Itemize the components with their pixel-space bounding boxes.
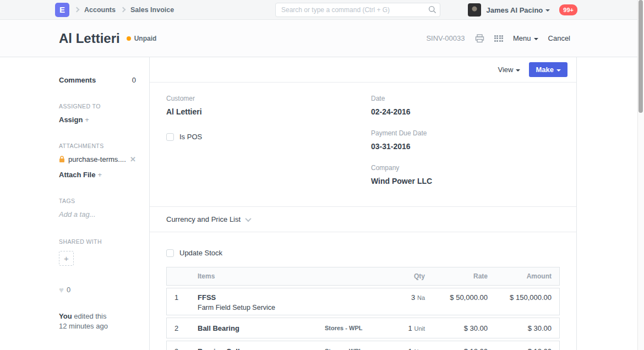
avatar[interactable] — [468, 3, 481, 17]
chevron-down-icon — [516, 69, 520, 72]
add-share-button[interactable]: + — [59, 251, 74, 266]
date-label: Date — [371, 95, 432, 102]
sidebar: Comments 0 ASSIGNED TO Assign+ ATTACHMEN… — [0, 57, 149, 350]
update-stock-checkbox[interactable] — [166, 249, 174, 257]
heart-icon: ♥ — [59, 286, 64, 294]
item-rate: $ 50,000.00 — [425, 293, 488, 302]
currency-section-toggle[interactable]: Currency and Price List — [150, 207, 576, 232]
grid-view-icon[interactable] — [494, 35, 504, 42]
is-pos-label: Is POS — [179, 133, 202, 141]
breadcrumb-accounts[interactable]: Accounts — [84, 6, 116, 14]
status-badge: Unpaid — [127, 35, 157, 42]
customer-label: Customer — [166, 95, 560, 102]
attachments-label: ATTACHMENTS — [59, 143, 136, 149]
table-row[interactable]: 3 Bearing Collar Stores - WPL 1 Nos $ 12… — [166, 341, 560, 350]
tags-label: TAGS — [59, 198, 136, 204]
company-field[interactable]: Wind Power LLC — [371, 177, 432, 185]
item-description: Farm Field Setup Service — [198, 304, 325, 311]
update-stock-label: Update Stock — [179, 249, 222, 257]
comments-count: 0 — [132, 76, 136, 84]
attach-file-button[interactable]: Attach File+ — [59, 171, 136, 179]
attachment-link[interactable]: purchase-terms.... — [59, 155, 126, 163]
date-field[interactable]: 02-24-2016 — [371, 107, 432, 116]
col-qty: Qty — [391, 272, 425, 280]
item-rate: $ 30.00 — [425, 324, 488, 332]
scrollbar[interactable] — [637, 0, 644, 350]
activity-edited: You edited this 12 minutes ago — [59, 311, 136, 331]
chevron-right-icon — [121, 7, 126, 13]
item-code: FFSS — [198, 293, 325, 302]
form-content: View Make Customer Al Lettieri Is POS Da… — [149, 57, 577, 350]
item-uom: Unit — [414, 325, 425, 332]
sidebar-comments[interactable]: Comments 0 — [59, 76, 136, 84]
notifications-badge[interactable]: 99+ — [559, 4, 577, 15]
item-amount: $ 12.00 — [488, 347, 552, 350]
item-code: Bearing Collar — [198, 347, 325, 350]
chevron-down-icon — [245, 215, 251, 221]
customer-field[interactable]: Al Lettieri — [166, 107, 560, 116]
item-amount: $ 150,000.00 — [488, 293, 552, 302]
col-amount: Amount — [488, 272, 552, 280]
chevron-right-icon — [74, 7, 80, 13]
app-logo[interactable]: E — [55, 3, 69, 17]
cancel-button[interactable]: Cancel — [548, 34, 570, 42]
make-button[interactable]: Make — [529, 62, 567, 77]
chevron-down-icon — [545, 9, 550, 12]
sales-invoice-page: E Accounts Sales Invoice James Al Pacino… — [0, 0, 644, 350]
item-rate: $ 12.00 — [425, 347, 488, 350]
breadcrumb: E Accounts Sales Invoice — [0, 3, 174, 17]
likes-count: 0 — [67, 286, 70, 294]
search-icon — [428, 6, 436, 14]
attachment-item: purchase-terms.... ✕ — [59, 155, 136, 163]
items-section: Update Stock Items Qty Rate Amount 1 FFS… — [150, 232, 576, 350]
item-warehouse: Stores - WPL — [325, 325, 391, 331]
items-table-header: Items Qty Rate Amount — [166, 267, 560, 286]
breadcrumb-sales-invoice[interactable]: Sales Invoice — [130, 6, 174, 14]
page-head: Al Lettieri Unpaid SINV-00033 Menu Cance… — [0, 20, 644, 57]
remove-attachment-icon[interactable]: ✕ — [130, 155, 136, 163]
item-amount: $ 30.00 — [488, 324, 552, 332]
navbar-user-area: James Al Pacino 99+ — [468, 0, 577, 20]
likes[interactable]: ♥ 0 — [59, 286, 136, 294]
add-tag-input[interactable]: Add a tag... — [59, 210, 136, 218]
print-icon[interactable] — [475, 34, 484, 43]
form-toolbar: View Make — [150, 57, 576, 83]
col-rate: Rate — [425, 272, 488, 280]
page-title: Al Lettieri — [59, 31, 120, 46]
company-label: Company — [371, 164, 432, 172]
scrollbar-thumb[interactable] — [638, 0, 643, 113]
item-uom: Na — [417, 294, 425, 301]
item-warehouse: Stores - WPL — [325, 348, 391, 350]
assigned-to-label: ASSIGNED TO — [59, 103, 136, 110]
item-code: Ball Bearing — [198, 324, 325, 332]
assign-button[interactable]: Assign+ — [59, 116, 136, 124]
plus-icon: + — [85, 116, 89, 124]
search-input[interactable] — [275, 3, 440, 17]
menu-button[interactable]: Menu — [513, 34, 538, 42]
chevron-down-icon — [534, 38, 538, 40]
document-id: SINV-00033 — [426, 34, 465, 42]
table-row[interactable]: 2 Ball Bearing Stores - WPL 1 Unit $ 30.… — [166, 318, 560, 338]
chevron-down-icon — [556, 69, 561, 72]
lock-icon — [59, 156, 65, 163]
payment-due-date-label: Payment Due Date — [371, 129, 432, 137]
main-form-section: Customer Al Lettieri Is POS Date 02-24-2… — [150, 83, 576, 207]
navbar: E Accounts Sales Invoice James Al Pacino… — [0, 0, 644, 20]
shared-with-label: SHARED WITH — [59, 238, 136, 245]
user-menu[interactable]: James Al Pacino — [486, 6, 550, 14]
table-row[interactable]: 1 FFSS Farm Field Setup Service 3 Na $ 5… — [166, 288, 560, 315]
is-pos-checkbox[interactable] — [166, 133, 174, 141]
status-dot-icon — [127, 36, 131, 41]
col-items: Items — [198, 272, 325, 280]
payment-due-date-field[interactable]: 03-31-2016 — [371, 142, 432, 151]
item-uom: Nos — [414, 348, 425, 350]
plus-icon: + — [97, 171, 102, 179]
view-button[interactable]: View — [498, 65, 521, 74]
